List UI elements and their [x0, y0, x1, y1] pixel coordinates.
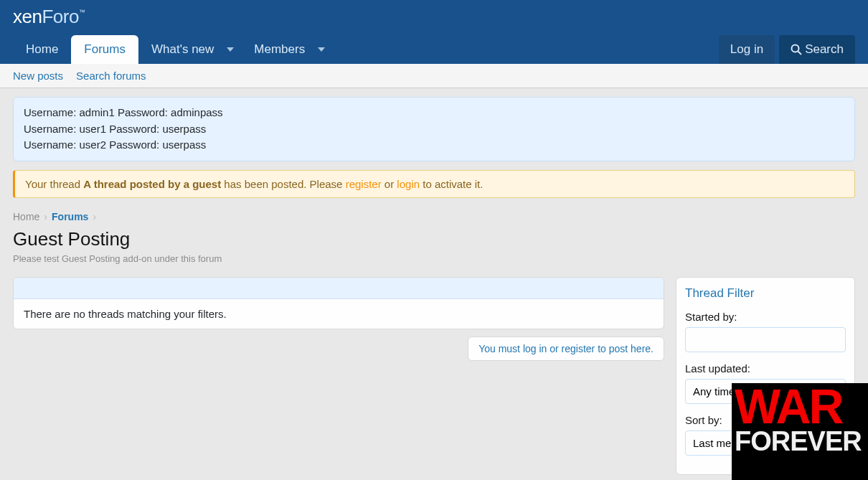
threads-block: There are no threads matching your filte…: [13, 277, 664, 329]
chevron-right-icon: ›: [44, 211, 47, 222]
alert-register-link[interactable]: register: [346, 178, 382, 190]
svg-point-0: [792, 45, 799, 52]
filter-title: Thread Filter: [685, 286, 846, 301]
nav-members[interactable]: Members: [241, 35, 318, 64]
header: xenForo™ Home Forums What's new Members …: [0, 0, 868, 64]
chevron-down-icon: [318, 47, 325, 52]
alert-thread-title: A thread posted by a guest: [83, 178, 221, 190]
alert-box: Your thread A thread posted by a guest h…: [13, 170, 855, 198]
corner-ad[interactable]: WAR FOREVER: [732, 383, 868, 480]
logo-part-1: xen: [13, 6, 42, 27]
logo[interactable]: xenForo™: [0, 0, 868, 35]
login-to-post-button[interactable]: You must log in or register to post here…: [468, 337, 664, 361]
ad-line-1: WAR: [732, 383, 868, 428]
chevron-right-icon: ›: [93, 211, 96, 222]
page-desc: Please test Guest Posting add-on under t…: [13, 253, 855, 264]
login-button[interactable]: Log in: [719, 35, 775, 64]
threads-block-header: [14, 278, 664, 299]
nav-whatsnew-dropdown[interactable]: [220, 35, 241, 64]
breadcrumb: Home › Forums ›: [13, 211, 855, 222]
logo-part-2: Foro: [42, 6, 78, 27]
page-title: Guest Posting: [13, 228, 855, 250]
last-updated-label: Last updated:: [685, 362, 846, 375]
credential-line: Username: user1 Password: userpass: [24, 121, 844, 138]
credential-line: Username: user2 Password: userpass: [24, 137, 844, 154]
navbar: Home Forums What's new Members Log in Se…: [0, 35, 868, 64]
chevron-down-icon: [227, 47, 234, 52]
main-column: There are no threads matching your filte…: [13, 277, 664, 361]
nav-whatsnew[interactable]: What's new: [138, 35, 227, 64]
login-notice-wrap: You must log in or register to post here…: [13, 337, 664, 361]
breadcrumb-forums[interactable]: Forums: [52, 211, 88, 222]
started-by-input[interactable]: [685, 327, 846, 352]
breadcrumb-home[interactable]: Home: [13, 211, 39, 222]
subnav: New posts Search forums: [0, 64, 868, 88]
threads-empty-message: There are no threads matching your filte…: [14, 299, 664, 329]
alert-login-link[interactable]: login: [397, 178, 420, 190]
nav-members-dropdown[interactable]: [311, 35, 332, 64]
started-by-label: Started by:: [685, 311, 846, 323]
nav-forums[interactable]: Forums: [71, 35, 138, 64]
logo-tm: ™: [79, 9, 85, 16]
nav-home[interactable]: Home: [13, 35, 71, 64]
subnav-search-forums[interactable]: Search forums: [76, 70, 146, 82]
svg-line-1: [798, 52, 802, 55]
credential-line: Username: admin1 Password: adminpass: [24, 105, 844, 121]
search-icon: [791, 44, 802, 55]
credentials-box: Username: admin1 Password: adminpass Use…: [13, 97, 855, 161]
search-button[interactable]: Search: [779, 35, 855, 64]
subnav-new-posts[interactable]: New posts: [13, 70, 63, 82]
